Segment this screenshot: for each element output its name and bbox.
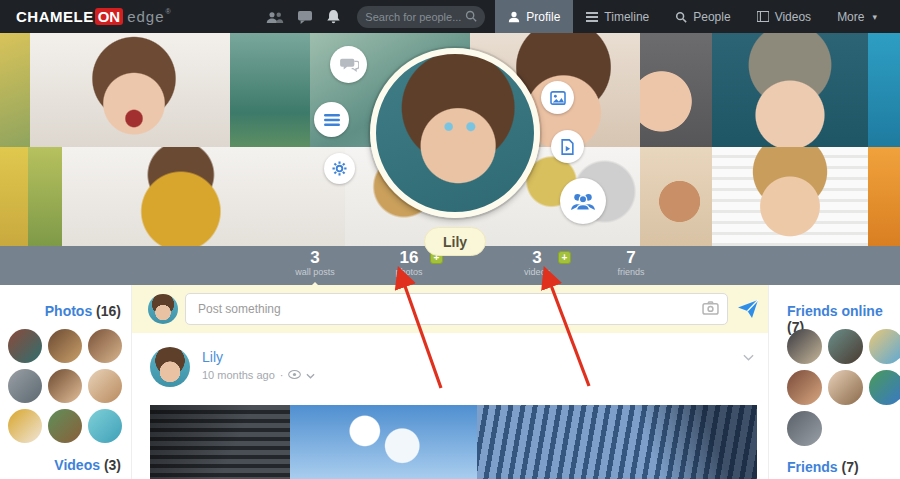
avatar[interactable]: [8, 369, 42, 403]
menu-lines-icon: [586, 12, 598, 22]
registered-mark: ®: [166, 8, 171, 15]
avatar[interactable]: [869, 329, 900, 364]
avatar[interactable]: [787, 370, 822, 405]
site-logo[interactable]: CHAMELEONedge®: [16, 8, 171, 25]
navbar-icons: [266, 9, 341, 25]
post-composer: [132, 285, 768, 333]
avatar[interactable]: [8, 409, 42, 443]
cover-photo-tile: [62, 147, 345, 246]
cover-photo-tile: [640, 147, 712, 246]
composer-field[interactable]: [185, 293, 728, 325]
friend-requests-icon[interactable]: [266, 10, 284, 24]
photos-heading: Photos (16): [45, 303, 121, 319]
tab-profile[interactable]: Profile: [495, 0, 573, 33]
post-author-link[interactable]: Lily: [202, 349, 223, 365]
add-video-button[interactable]: [551, 130, 584, 163]
tab-people[interactable]: People: [662, 0, 743, 33]
post-input[interactable]: [186, 302, 727, 316]
wall-post: Lily 10 months ago ·: [132, 333, 768, 479]
post-photo-segment: [290, 405, 477, 479]
send-post-button[interactable]: [737, 299, 759, 319]
avatar[interactable]: [48, 409, 82, 443]
cover-photo-tile: [868, 33, 900, 147]
tab-label: Profile: [526, 10, 560, 24]
friends-link[interactable]: Friends: [787, 459, 838, 475]
videos-link[interactable]: Videos: [54, 457, 100, 473]
avatar[interactable]: [150, 347, 190, 387]
cover-photo-tile: [712, 147, 868, 246]
navbar-tabs: Profile Timeline People Videos: [495, 0, 890, 33]
post-options-chevron[interactable]: [743, 347, 754, 365]
eye-privacy-icon[interactable]: [288, 369, 301, 381]
tab-timeline[interactable]: Timeline: [573, 0, 662, 33]
cover-photo-tile: [712, 33, 868, 147]
avatar[interactable]: [869, 370, 900, 405]
search-icon[interactable]: [465, 8, 477, 26]
stats-left: 3wall posts16photos+: [283, 249, 441, 285]
menu-button[interactable]: [314, 102, 349, 137]
add-videos-button[interactable]: +: [558, 251, 571, 264]
profile-page: CHAMELEONedge® Profile: [0, 0, 900, 479]
film-icon: [757, 11, 769, 22]
avatar[interactable]: [88, 369, 122, 403]
friends-online-link[interactable]: Friends online: [787, 303, 883, 319]
left-sidebar: Photos (16) Videos (3): [0, 285, 132, 479]
friends-online-grid: [787, 329, 900, 446]
friends-button[interactable]: [560, 178, 606, 224]
feed-column: Lily 10 months ago ·: [132, 285, 768, 479]
avatar[interactable]: [787, 411, 822, 446]
avatar[interactable]: [828, 370, 863, 405]
stat-friends[interactable]: 7friends: [599, 249, 663, 285]
post-photo-segment: [150, 405, 290, 479]
chat-bubbles-button[interactable]: [330, 46, 367, 83]
search-icon: [675, 11, 687, 23]
search-people-box[interactable]: [357, 6, 485, 28]
stat-wall-posts[interactable]: 3wall posts: [283, 249, 347, 285]
avatar[interactable]: [787, 329, 822, 364]
stat-label: videos: [505, 267, 569, 278]
cover-photo-tile: [0, 147, 28, 246]
camera-icon[interactable]: [702, 301, 719, 319]
selected-stat-notch: [309, 282, 321, 288]
gear-icon[interactable]: [324, 153, 355, 184]
notifications-icon[interactable]: [326, 9, 341, 25]
videos-count: (3): [104, 457, 121, 473]
profile-name-badge: Lily: [424, 227, 486, 256]
stat-videos[interactable]: 3videos+: [505, 249, 569, 285]
stat-label: wall posts: [283, 267, 347, 278]
add-photo-button[interactable]: [541, 81, 574, 114]
avatar[interactable]: [88, 409, 122, 443]
post-photo[interactable]: [150, 405, 757, 479]
post-meta: 10 months ago ·: [202, 369, 315, 381]
meta-separator: ·: [280, 369, 284, 381]
tab-label: Videos: [775, 10, 811, 24]
cover-photo-tile: [30, 33, 230, 147]
tab-videos[interactable]: Videos: [744, 0, 824, 33]
caret-down-icon: ▾: [872, 12, 877, 22]
tab-more[interactable]: More ▾: [824, 0, 890, 33]
chevron-down-icon[interactable]: [306, 369, 315, 381]
messages-icon[interactable]: [297, 10, 313, 24]
cover-photo-tile: [230, 33, 310, 147]
cover-photo-collage: [0, 33, 900, 246]
stat-value: 7: [599, 249, 663, 267]
search-input[interactable]: [365, 11, 465, 23]
profile-avatar[interactable]: [370, 48, 540, 218]
logo-on-badge: ON: [95, 8, 124, 25]
avatar[interactable]: [8, 329, 42, 363]
cover-photo-tile: [28, 147, 62, 246]
avatar[interactable]: [48, 369, 82, 403]
post-photo-segment: [477, 405, 757, 479]
avatar[interactable]: [48, 329, 82, 363]
logo-edge-text: edge: [127, 8, 164, 25]
friends-count: (7): [841, 459, 858, 475]
photos-link[interactable]: Photos: [45, 303, 92, 319]
friends-heading: Friends (7): [787, 459, 859, 475]
cover-photo-tile: [0, 33, 30, 147]
avatar[interactable]: [148, 294, 178, 324]
photo-thumb-grid: [8, 329, 122, 443]
avatar[interactable]: [828, 329, 863, 364]
cover-photo-tile: [640, 33, 712, 147]
avatar[interactable]: [88, 329, 122, 363]
cover-photo-tile: [868, 147, 900, 246]
